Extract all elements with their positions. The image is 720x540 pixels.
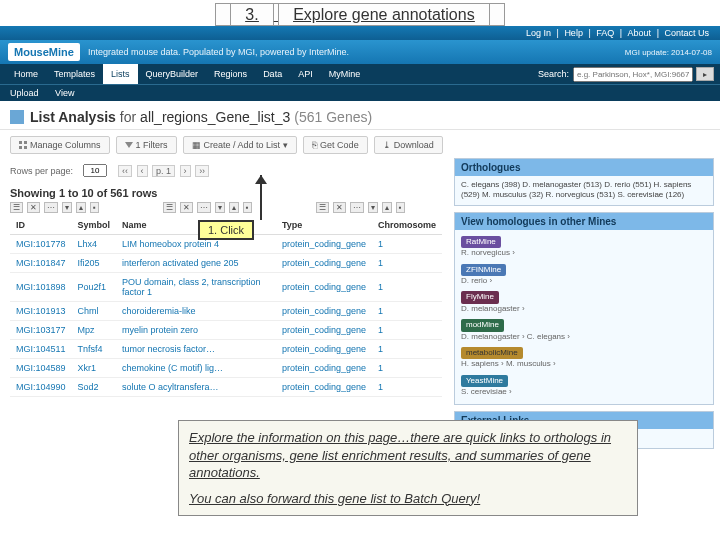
table-toolbar: Manage Columns 1 Filters ▦ Create / Add … — [0, 130, 720, 160]
zfinmine-link[interactable]: D. rerio › — [461, 276, 707, 286]
nav-data[interactable]: Data — [255, 64, 290, 84]
slide-title: 3. Explore gene annotations — [0, 0, 720, 26]
page-last[interactable]: ›› — [195, 165, 209, 177]
rows-per-page-label: Rows per page: — [10, 166, 73, 176]
flymine-badge[interactable]: FlyMine — [461, 291, 499, 303]
instruction-textbox: Explore the information on this page…the… — [178, 420, 638, 516]
tagline: Integrated mouse data. Populated by MGI,… — [88, 47, 625, 57]
gene-count: (561 Genes) — [294, 109, 372, 125]
update-date: MGI update: 2014-07-08 — [625, 48, 712, 57]
yeastmine-link[interactable]: S. cerevisiae › — [461, 387, 707, 397]
nav-api[interactable]: API — [290, 64, 321, 84]
modmine-link[interactable]: D. melanogaster › C. elegans › — [461, 332, 707, 342]
download-button[interactable]: ⤓ Download — [374, 136, 443, 154]
orthologues-title: Orthologues — [455, 159, 713, 176]
nav-mymine[interactable]: MyMine — [321, 64, 369, 84]
manage-columns-button[interactable]: Manage Columns — [10, 136, 110, 154]
col-symbol[interactable]: Symbol — [72, 216, 117, 235]
get-code-button[interactable]: ⎘ Get Code — [303, 136, 368, 154]
col-id[interactable]: ID — [10, 216, 72, 235]
flymine-link[interactable]: D. melanogaster › — [461, 304, 707, 314]
lists-subnav: Upload View — [0, 84, 720, 101]
ratmine-link[interactable]: R. norvegicus › — [461, 248, 707, 258]
table-row[interactable]: MGI:104511Tnfsf4tumor necrosis factor…pr… — [10, 340, 442, 359]
list-name: all_regions_Gene_list_3 — [140, 109, 290, 125]
nav-lists[interactable]: Lists — [103, 64, 138, 84]
subnav-upload[interactable]: Upload — [10, 88, 39, 98]
ratmine-badge[interactable]: RatMine — [461, 236, 501, 248]
homologues-panel: View homologues in other Mines RatMineR.… — [454, 212, 714, 406]
table-row[interactable]: MGI:101847Ifi205interferon activated gen… — [10, 254, 442, 273]
main-nav: Home Templates Lists QueryBuilder Region… — [0, 64, 720, 84]
callout-arrow — [255, 175, 267, 220]
faq-link[interactable]: FAQ — [596, 28, 614, 38]
gene-table: ID Symbol Name Type Chromosome MGI:10177… — [10, 216, 442, 397]
search-label: Search: — [538, 69, 569, 79]
yeastmine-badge[interactable]: YeastMine — [461, 375, 508, 387]
page-title-label: List Analysis — [30, 109, 116, 125]
callout-click: 1. Click — [198, 220, 254, 240]
page-prev[interactable]: ‹ — [137, 165, 148, 177]
metabolicmine-badge[interactable]: metabolicMine — [461, 347, 523, 359]
login-link[interactable]: Log In — [526, 28, 551, 38]
homologues-title: View homologues in other Mines — [455, 213, 713, 230]
about-link[interactable]: About — [628, 28, 652, 38]
instruction-p1: Explore the information on this page…the… — [189, 429, 627, 482]
search-go-button[interactable]: ▸ — [696, 67, 714, 81]
metabolicmine-link[interactable]: H. sapiens › M. musculus › — [461, 359, 707, 369]
table-row[interactable]: MGI:104589Xkr1chemokine (C motif) lig…pr… — [10, 359, 442, 378]
col-chr[interactable]: Chromosome — [372, 216, 442, 235]
logo[interactable]: MouseMine — [8, 43, 80, 61]
pager: ‹‹ ‹ p. 1 › ›› — [117, 166, 210, 176]
nav-querybuilder[interactable]: QueryBuilder — [138, 64, 207, 84]
page-next[interactable]: › — [180, 165, 191, 177]
table-row[interactable]: MGI:101898Pou2f1POU domain, class 2, tra… — [10, 273, 442, 302]
table-row[interactable]: MGI:103177Mpzmyelin protein zeroprotein_… — [10, 321, 442, 340]
page-header: List Analysis for all_regions_Gene_list_… — [0, 101, 720, 130]
subnav-view[interactable]: View — [55, 88, 74, 98]
grid-icon — [19, 141, 27, 149]
slide-step-text: Explore gene annotations — [278, 3, 489, 26]
zfinmine-badge[interactable]: ZFINMine — [461, 264, 506, 276]
list-icon — [10, 110, 24, 124]
search-input[interactable] — [573, 67, 693, 82]
orthologues-body[interactable]: C. elegans (398) D. melanogaster (513) D… — [455, 176, 713, 205]
table-row[interactable]: MGI:104990Sod2solute O acyltransfera…pro… — [10, 378, 442, 397]
page-first[interactable]: ‹‹ — [118, 165, 132, 177]
brand-bar: MouseMine Integrated mouse data. Populat… — [0, 40, 720, 64]
nav-templates[interactable]: Templates — [46, 64, 103, 84]
contact-link[interactable]: Contact Us — [664, 28, 709, 38]
modmine-badge[interactable]: modMine — [461, 319, 504, 331]
rows-per-page-input[interactable] — [83, 164, 107, 177]
create-list-button[interactable]: ▦ Create / Add to List ▾ — [183, 136, 298, 154]
slide-step-num: 3. — [230, 3, 273, 26]
orthologues-panel: Orthologues C. elegans (398) D. melanoga… — [454, 158, 714, 206]
top-links-bar: Log In | Help | FAQ | About | Contact Us — [0, 26, 720, 40]
nav-regions[interactable]: Regions — [206, 64, 255, 84]
page-title-for: for — [120, 109, 136, 125]
funnel-icon — [125, 142, 133, 148]
page-current: p. 1 — [152, 165, 175, 177]
col-type[interactable]: Type — [276, 216, 372, 235]
table-row[interactable]: MGI:101913Chmlchoroideremia-likeprotein_… — [10, 302, 442, 321]
filters-button[interactable]: 1 Filters — [116, 136, 177, 154]
nav-home[interactable]: Home — [6, 64, 46, 84]
help-link[interactable]: Help — [564, 28, 583, 38]
instruction-p2: You can also forward this gene list to B… — [189, 490, 627, 508]
